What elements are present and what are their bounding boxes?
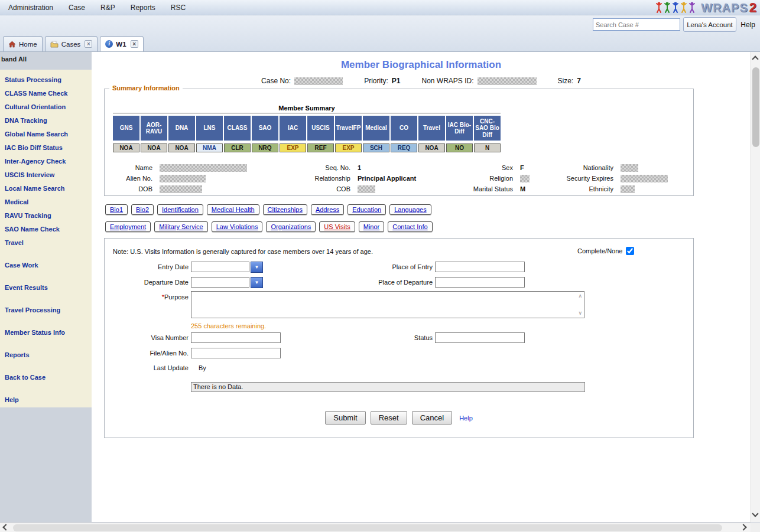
sidebar-item-cultural-orientation[interactable]: Cultural Orientation [0,100,92,114]
tab-minor[interactable]: Minor [359,221,385,232]
sidebar-item-status-processing[interactable]: Status Processing [0,73,92,87]
scroll-left-arrow-icon[interactable] [2,524,9,530]
summary-header-iac: IAC [280,116,306,141]
close-icon[interactable]: × [131,40,138,48]
form-help-link[interactable]: Help [459,414,473,422]
sex-label: Sex [438,164,518,171]
tab-languages[interactable]: Languages [389,204,431,215]
tab-us-visits[interactable]: US Visits [319,221,355,232]
tab-address[interactable]: Address [311,204,344,215]
status-badge-aor-ravu: NOA [141,143,167,152]
scroll-down-arrow-icon[interactable] [752,510,758,517]
summary-header-sao: SAO [252,116,278,141]
name-label: Name [107,164,157,171]
purpose-textarea[interactable]: ∧ ∨ [191,291,584,318]
sidebar-item-iac-bio-diff-status[interactable]: IAC Bio Diff Status [0,141,92,155]
summary-header-co: CO [391,116,417,141]
content-panel: Member Biographical Information Case No:… [92,52,751,522]
submit-button[interactable]: Submit [325,411,365,425]
sidebar-item-medical[interactable]: Medical [0,195,92,209]
tab-bio2[interactable]: Bio2 [131,204,154,215]
tab-contact-info[interactable]: Contact Info [388,221,432,232]
search-case-input[interactable] [593,18,680,31]
tab-w1[interactable]: i W1 × [100,36,143,51]
sidebar-item-sao-name-check[interactable]: SAO Name Check [0,223,92,236]
tab-citizenships[interactable]: Citizenships [263,204,307,215]
summary-header-gns: GNS [113,116,139,141]
vertical-scrollbar-thumb[interactable] [752,67,759,147]
sidebar-item-global-name-search[interactable]: Global Name Search [0,128,92,141]
sidebar-item-help[interactable]: Help [0,393,92,407]
departure-date-input[interactable] [191,277,249,288]
sidebar-item-class-name-check[interactable]: CLASS Name Check [0,87,92,100]
horizontal-scrollbar-thumb[interactable] [13,524,722,531]
sidebar-item-case-work[interactable]: Case Work [0,259,92,272]
file-alien-input[interactable] [191,348,281,358]
tab-identification[interactable]: Identification [157,204,203,215]
summary-information-fieldset: Summary Information Member Summary GNSNO… [104,89,694,196]
menu-reports[interactable]: Reports [131,4,155,12]
account-button[interactable]: Lena's Account [683,17,736,32]
sidebar-item-travel[interactable]: Travel [0,236,92,250]
place-of-departure-input[interactable] [435,277,525,288]
tab-military-service[interactable]: Military Service [154,221,208,232]
menu-rp[interactable]: R&P [100,4,115,12]
tab-education[interactable]: Education [347,204,386,215]
tab-bio1[interactable]: Bio1 [105,204,128,215]
sidebar-item-uscis-interview[interactable]: USCIS Interview [0,168,92,182]
menu-administration[interactable]: Administration [8,4,53,12]
tab-medical-health[interactable]: Medical Health [207,204,259,215]
tab-law-violations[interactable]: Law Violations [212,221,263,232]
redacted-religion [520,175,530,182]
sidebar-item-travel-processing[interactable]: Travel Processing [0,303,92,317]
status-input[interactable] [435,332,525,343]
horizontal-scrollbar[interactable] [0,523,751,532]
entry-date-calendar-button[interactable]: ▼ [251,262,263,273]
by-label: By [199,364,206,371]
redacted-dob [160,185,202,193]
sidebar-item-reports[interactable]: Reports [0,348,92,362]
sidebar-item-local-name-search[interactable]: Local Name Search [0,182,92,195]
logo-word: WRAPS [701,1,748,15]
close-icon[interactable]: × [85,40,92,48]
tab-organizations[interactable]: Organizations [266,221,316,232]
sidebar-item-event-results[interactable]: Event Results [0,281,92,295]
tab-cases[interactable]: Cases × [45,36,98,51]
chevron-down-icon: ▼ [255,265,259,270]
redacted-ethnicity [621,185,635,193]
summary-header-iac-bio-diff: IAC Bio-Diff [446,116,473,141]
complete-none-checkbox[interactable] [626,247,634,255]
priority-label: Priority: [364,77,388,85]
sidebar-item-inter-agency-check[interactable]: Inter-Agency Check [0,155,92,168]
sidebar-item-member-status-info[interactable]: Member Status Info [0,326,92,340]
place-of-entry-input[interactable] [435,262,525,272]
case-no-label: Case No: [261,77,291,85]
departure-date-calendar-button[interactable]: ▼ [251,277,263,288]
expand-all-link[interactable]: band All [1,56,27,63]
status-badge-lns: NMA [196,143,223,152]
entry-date-input[interactable] [191,262,249,272]
vertical-scrollbar[interactable] [751,52,760,522]
tab-home[interactable]: Home [3,36,43,51]
sidebar-item-ravu-tracking[interactable]: RAVU Tracking [0,209,92,223]
scroll-up-icon: ∧ [578,293,582,299]
menubar: Administration Case R&P Reports RSC WRAP… [0,0,760,15]
reset-button[interactable]: Reset [371,411,407,425]
visa-number-input[interactable] [191,332,281,343]
summary-header-uscis: USCIS [307,116,334,141]
sidebar-item-dna-tracking[interactable]: DNA Tracking [0,114,92,128]
scroll-right-arrow-icon[interactable] [740,524,746,530]
menu-case[interactable]: Case [69,4,85,12]
seq-no-value: 1 [355,164,438,171]
tab-employment[interactable]: Employment [105,221,151,232]
sidebar-item-back-to-case[interactable]: Back to Case [0,371,92,384]
scroll-up-arrow-icon[interactable] [752,56,758,62]
main-region: band All Status Processing CLASS Name Ch… [0,52,751,522]
status-badge-class: CLR [224,143,251,152]
menu-rsc[interactable]: RSC [171,4,186,12]
cancel-button[interactable]: Cancel [412,411,452,425]
relationship-label: Relationship [302,175,355,182]
help-link-top[interactable]: Help [740,21,755,29]
form-buttons: Submit Reset Cancel Help [105,411,693,425]
entry-date-label: Entry Date [112,263,189,270]
